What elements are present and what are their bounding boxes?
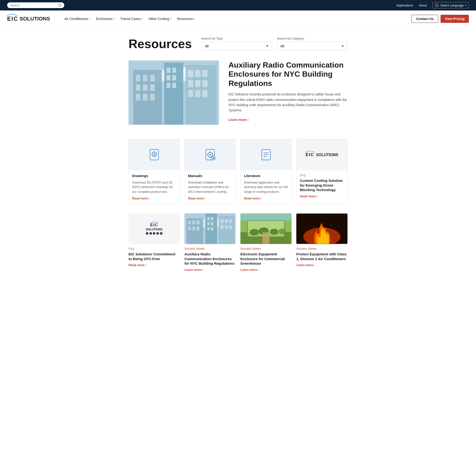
blog-card-cfc: EIC SOLUTIONS ⚫ ⚫ ⚫ ⚫ ⚫ Blog EIC Solutio… bbox=[129, 213, 180, 272]
chevron-down-icon: ▾ bbox=[113, 17, 115, 20]
logo-arc-icon bbox=[6, 14, 18, 17]
blog-cfc-read-more-link[interactable]: Read more › bbox=[129, 263, 146, 267]
applications-link[interactable]: Applications bbox=[396, 3, 413, 7]
literature-card-body: Literature Download application and tech… bbox=[241, 170, 291, 204]
svg-rect-66 bbox=[211, 227, 213, 230]
svg-rect-10 bbox=[150, 75, 155, 81]
blog-card-logo-image: EIC SOLUTIONS bbox=[297, 139, 347, 170]
svg-rect-21 bbox=[188, 80, 193, 87]
nav-cta: Contact Us View Pricing bbox=[411, 15, 469, 23]
svg-rect-20 bbox=[202, 70, 207, 77]
literature-card-desc: Download application and technical data … bbox=[244, 180, 288, 194]
success-fire-body: Success Stories Protect Equipment with C… bbox=[296, 247, 347, 267]
svg-rect-72 bbox=[225, 225, 228, 229]
svg-rect-68 bbox=[221, 219, 223, 223]
svg-point-46 bbox=[213, 157, 214, 159]
select-language-button[interactable]: Select Language ▾ bbox=[432, 2, 469, 8]
literature-read-more-link[interactable]: Read more › bbox=[244, 197, 262, 200]
svg-rect-70 bbox=[229, 219, 232, 223]
svg-rect-61 bbox=[207, 217, 210, 220]
success-building-learn-more-link[interactable]: Learn more › bbox=[185, 268, 203, 272]
svg-rect-56 bbox=[197, 221, 200, 224]
nav-air-conditioners[interactable]: Air Conditioners ▾ bbox=[62, 16, 93, 22]
select-language-label: Select Language bbox=[440, 3, 464, 7]
drawings-card: Drawings Download 3D (STEP) and 2D (PDF)… bbox=[129, 139, 180, 204]
svg-rect-54 bbox=[188, 221, 191, 224]
contact-us-button[interactable]: Contact Us bbox=[411, 15, 438, 23]
manuals-card-body: Manuals Download installation and operat… bbox=[185, 170, 235, 204]
svg-point-77 bbox=[250, 229, 259, 235]
chevron-down-icon: ▾ bbox=[194, 17, 195, 20]
drawings-card-body: Drawings Download 3D (STEP) and 2D (PDF)… bbox=[129, 170, 179, 204]
svg-rect-28 bbox=[167, 68, 170, 73]
svg-point-85 bbox=[313, 227, 314, 228]
chevron-right-icon: › bbox=[314, 263, 315, 267]
search-bar[interactable] bbox=[7, 2, 64, 8]
manuals-read-more-link[interactable]: Read more › bbox=[188, 197, 206, 200]
featured-article-title: Auxiliary Radio Communication Enclosures… bbox=[228, 60, 347, 88]
featured-article: Auxiliary Radio Communication Enclosures… bbox=[129, 60, 347, 125]
svg-rect-11 bbox=[136, 84, 140, 91]
blog-card-read-more-link[interactable]: Read more › bbox=[300, 194, 318, 198]
eic-logo-in-card: EIC SOLUTIONS bbox=[306, 152, 338, 157]
resources-header: Resources Search by Type All Search by C… bbox=[129, 37, 347, 51]
svg-point-87 bbox=[317, 222, 318, 223]
chevron-down-icon: ▾ bbox=[170, 17, 171, 20]
category-filter-select[interactable]: All bbox=[277, 42, 347, 51]
chevron-right-icon: › bbox=[248, 118, 249, 122]
manuals-card-desc: Download installation and operation manu… bbox=[188, 180, 232, 194]
nav-transit-cases[interactable]: Transit Cases ▾ bbox=[118, 16, 145, 22]
svg-rect-26 bbox=[202, 90, 207, 97]
blog-cfc-category: Blog bbox=[129, 247, 180, 250]
svg-rect-33 bbox=[172, 83, 176, 88]
success-greenhouse-category: Success Stories bbox=[240, 247, 291, 250]
svg-rect-12 bbox=[143, 84, 148, 91]
nav-resources[interactable]: Resources ▾ bbox=[174, 16, 197, 22]
top-bar: Applications About Select Language ▾ bbox=[0, 0, 476, 11]
page-title: Resources bbox=[129, 37, 192, 51]
svg-line-1 bbox=[60, 6, 61, 7]
svg-rect-63 bbox=[207, 222, 210, 225]
blog-cfc-title: EIC Solutions' Commitment to Being CFC-F… bbox=[129, 252, 180, 261]
nav-enclosures[interactable]: Enclosures ▾ bbox=[94, 16, 117, 22]
svg-rect-73 bbox=[229, 225, 232, 229]
search-input[interactable] bbox=[10, 3, 57, 7]
success-card-fire: Success Stories Protect Equipment with C… bbox=[296, 213, 347, 272]
svg-rect-58 bbox=[192, 227, 195, 230]
svg-rect-57 bbox=[188, 227, 191, 230]
drawings-card-image bbox=[129, 139, 179, 170]
success-fire-category: Success Stories bbox=[296, 247, 347, 250]
chevron-right-icon: › bbox=[258, 268, 259, 272]
blog-card-drone: EIC SOLUTIONS Blog Custom Cooling Soluti… bbox=[296, 139, 347, 204]
top-bar-right: Applications About Select Language ▾ bbox=[396, 2, 469, 8]
category-filter-group: Search by Category All bbox=[277, 37, 347, 51]
svg-rect-8 bbox=[136, 75, 140, 81]
success-greenhouse-image bbox=[240, 213, 291, 244]
success-fire-learn-more-link[interactable]: Learn more › bbox=[296, 263, 315, 267]
success-greenhouse-learn-more-link[interactable]: Learn more › bbox=[240, 268, 259, 272]
success-greenhouse-body: Success Stories Electronic Equipment Enc… bbox=[240, 247, 291, 272]
svg-rect-59 bbox=[197, 227, 200, 230]
type-filter-group: Search by Type All bbox=[201, 37, 272, 51]
view-pricing-button[interactable]: View Pricing bbox=[441, 15, 469, 23]
blog-card-body: Blog Custom Cooling Solution for Emergin… bbox=[297, 170, 347, 201]
nav-other-cooling[interactable]: Other Cooling ▾ bbox=[146, 16, 173, 22]
solutions-card-logo-text: SOLUTIONS bbox=[316, 153, 338, 157]
drawings-card-title: Drawings bbox=[132, 173, 176, 178]
about-link[interactable]: About bbox=[419, 3, 427, 7]
svg-rect-65 bbox=[207, 227, 210, 230]
google-icon bbox=[435, 3, 439, 7]
svg-rect-71 bbox=[221, 225, 223, 229]
manuals-card: Manuals Download installation and operat… bbox=[185, 139, 236, 204]
site-logo[interactable]: EIC SOLUTIONS bbox=[7, 16, 50, 22]
manuals-card-image bbox=[185, 139, 235, 170]
svg-rect-16 bbox=[150, 94, 155, 101]
svg-point-80 bbox=[278, 228, 286, 234]
featured-article-description: EIC Solutions recently produced an enclo… bbox=[228, 92, 347, 113]
svg-rect-23 bbox=[202, 80, 207, 87]
svg-point-40 bbox=[209, 154, 211, 155]
type-filter-select[interactable]: All bbox=[201, 42, 272, 51]
drawings-read-more-link[interactable]: Read more › bbox=[132, 197, 150, 200]
chevron-right-icon: › bbox=[149, 197, 150, 200]
featured-learn-more-link[interactable]: Learn more › bbox=[228, 118, 249, 122]
